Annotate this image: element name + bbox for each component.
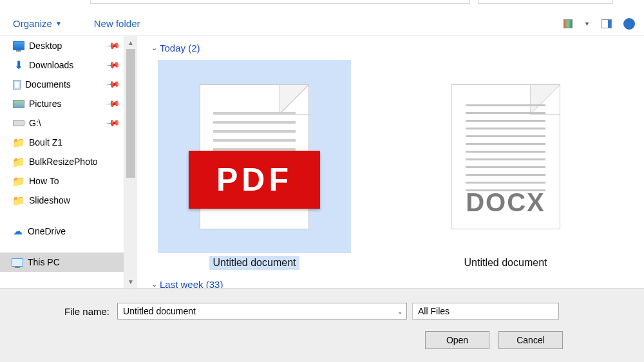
organize-menu-button[interactable]: Organize ▼ [13,18,62,29]
sidebar-item-downloads[interactable]: ⬇ Downloads 📌 [0,55,124,75]
file-item-docx[interactable]: DOCX Untitled document [409,60,602,270]
sidebar-item-label: Pictures [29,99,62,109]
folder-icon: 📁 [13,138,24,147]
sidebar-item-label: OneDrive [28,226,66,236]
scrollbar-thumb[interactable] [126,49,135,178]
chevron-down-icon: ▼ [55,20,62,27]
sidebar-item-folder[interactable]: 📁 BulkResizePhoto [0,152,124,171]
sidebar-item-label: Downloads [29,60,73,70]
download-icon: ⬇ [13,61,24,70]
organize-label: Organize [13,18,52,29]
chevron-down-icon: ⌄ [151,280,157,288]
folder-icon: 📁 [13,196,24,205]
scroll-up-arrow-icon[interactable]: ▲ [124,36,137,49]
scroll-down-arrow-icon[interactable]: ▼ [124,275,137,288]
pin-icon: 📌 [106,38,120,53]
sidebar-item-desktop[interactable]: Desktop 📌 [0,36,124,55]
chevron-down-icon: ⌄ [151,44,157,52]
sidebar-item-label: G:\ [29,118,41,128]
sidebar-item-label: BulkResizePhoto [29,157,98,167]
group-header-today[interactable]: ⌄ Today (2) [151,43,644,53]
desktop-icon [13,41,24,50]
file-type-filter[interactable]: All Files [412,303,559,319]
toolbar-right-icons: ▼ [564,18,635,30]
filename-label: File name: [64,306,109,317]
chevron-down-icon[interactable]: ⌄ [397,308,402,315]
pin-icon: 📌 [106,115,120,130]
scrollbar-track[interactable] [124,49,137,275]
sidebar-item-this-pc[interactable]: This PC [0,252,124,272]
folder-icon: 📁 [13,157,24,166]
help-icon[interactable] [623,18,635,30]
file-list-area: ⌄ Today (2) PDF Untitled document [137,36,644,288]
pdf-badge: PDF [189,151,320,209]
sidebar: Desktop 📌 ⬇ Downloads 📌 Documents 📌 Pict… [0,36,124,288]
filter-value: All Files [418,306,450,316]
sidebar-item-label: How To [29,176,59,186]
top-window-strip [0,0,644,12]
sidebar-item-folder[interactable]: 📁 Boult Z1 [0,133,124,152]
group-header-last-week[interactable]: ⌄ Last week (33) [151,279,644,288]
folder-icon: 📁 [13,176,24,186]
sidebar-item-folder[interactable]: 📁 Slideshow [0,191,124,210]
sidebar-item-folder[interactable]: 📁 How To [0,171,124,191]
sidebar-item-documents[interactable]: Documents 📌 [0,75,124,94]
sidebar-item-pictures[interactable]: Pictures 📌 [0,94,124,113]
pin-icon: 📌 [106,96,120,111]
cancel-button[interactable]: Cancel [498,331,563,349]
open-button[interactable]: Open [425,331,489,349]
pin-icon: 📌 [106,77,120,91]
pictures-icon [13,100,24,108]
file-label: Untitled document [460,256,551,270]
sidebar-item-g-drive[interactable]: G:\ 📌 [0,113,124,133]
sidebar-item-onedrive[interactable]: ☁ OneDrive [0,222,124,241]
preview-pane-icon[interactable] [601,19,612,28]
documents-icon [13,80,21,90]
sidebar-item-label: Documents [25,79,71,90]
pin-icon: 📌 [106,57,120,72]
file-label: Untitled document [209,256,300,270]
address-bar-edge[interactable] [90,0,470,4]
page-fold-icon [279,85,308,115]
docx-badge: DOCX [459,188,552,217]
sidebar-scrollbar[interactable]: ▲ ▼ [124,36,137,288]
filename-value: Untitled document [123,306,196,316]
sidebar-item-label: This PC [28,257,60,267]
onedrive-icon: ☁ [12,227,23,236]
sidebar-item-label: Desktop [29,41,62,51]
group-header-label: Today (2) [160,43,200,53]
filename-combobox[interactable]: Untitled document ⌄ [117,303,407,319]
this-pc-icon [12,258,23,267]
view-mode-dropdown-icon[interactable]: ▼ [584,21,590,27]
view-mode-thumbnails-icon[interactable] [564,19,573,28]
file-item-pdf[interactable]: PDF Untitled document [158,60,351,270]
drive-icon [13,120,24,126]
new-folder-button[interactable]: New folder [94,18,140,29]
sidebar-item-label: Boult Z1 [29,137,62,148]
sidebar-item-label: Slideshow [29,195,70,205]
search-box-edge[interactable] [478,0,613,4]
bottom-bar: File name: Untitled document ⌄ All Files… [0,288,644,362]
toolbar: Organize ▼ New folder ▼ [0,12,644,36]
group-header-label: Last week (33) [160,279,223,288]
